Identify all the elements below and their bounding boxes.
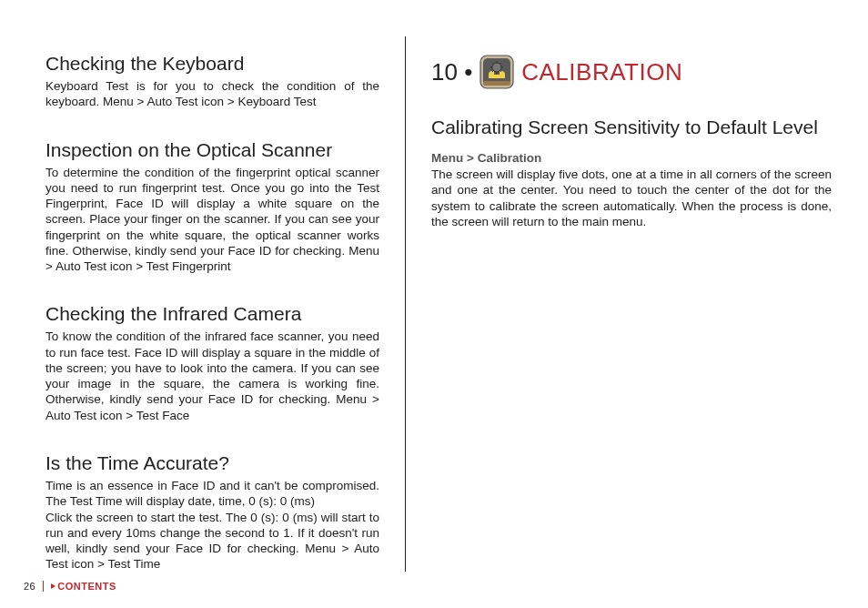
chapter-header: 10 • CALIBRATION — [431, 55, 832, 89]
page-footer: 26 CONTENTS — [24, 581, 116, 592]
chapter-number: 10 • — [431, 58, 472, 86]
body-time-accurate: Time is an essence in Face ID and it can… — [45, 478, 379, 573]
page-number: 26 — [24, 581, 44, 592]
heading-calibrating-screen: Calibrating Screen Sensitivity to Defaul… — [431, 117, 832, 138]
menu-path-calibration: Menu > Calibration — [431, 151, 832, 165]
body-keyboard: Keyboard Test is for you to check the co… — [45, 78, 379, 110]
calibration-icon — [479, 55, 514, 89]
contents-link[interactable]: CONTENTS — [44, 581, 116, 592]
contents-label: CONTENTS — [57, 581, 116, 592]
triangle-right-icon — [51, 583, 56, 589]
heading-keyboard: Checking the Keyboard — [45, 53, 379, 75]
right-column: 10 • CALIBRATION Calibr — [406, 36, 832, 608]
body-calibrating-screen: The screen will display five dots, one a… — [431, 167, 832, 229]
body-infrared-camera: To know the condition of the infrared fa… — [45, 329, 379, 423]
heading-time-accurate: Is the Time Accurate? — [45, 452, 379, 474]
body-optical-scanner: To determine the condition of the finger… — [45, 165, 379, 275]
svg-rect-11 — [483, 81, 510, 86]
chapter-title: CALIBRATION — [521, 58, 682, 86]
heading-optical-scanner: Inspection on the Optical Scanner — [45, 139, 379, 161]
heading-infrared-camera: Checking the Infrared Camera — [45, 303, 379, 325]
left-column: Checking the Keyboard Keyboard Test is f… — [45, 36, 405, 608]
